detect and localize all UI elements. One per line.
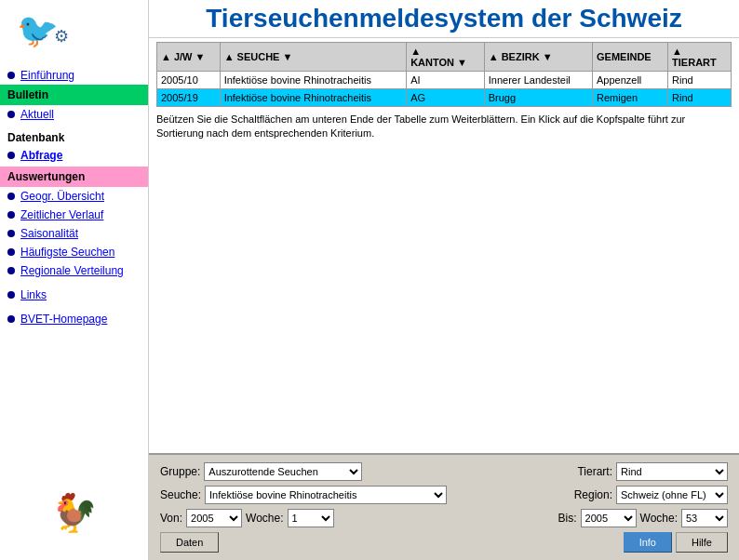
sidebar-item-einfuhrung[interactable]: Einführung — [0, 66, 148, 85]
woche-label: Woche: — [246, 512, 283, 525]
nav-dot — [7, 267, 15, 274]
data-table: ▲ J/W ▼ ▲ SEUCHE ▼ ▲KANTON ▼ ▲ BEZIRK ▼ — [156, 42, 732, 107]
sidebar-item-saisonalitat[interactable]: Saisonalität — [0, 224, 148, 243]
info-button[interactable]: Info — [624, 532, 672, 553]
form-row-2: Seuche: Infektiöse bovine Rhinotracheiti… — [160, 486, 728, 504]
bis-woche-label: Woche: — [640, 512, 678, 525]
col-bezirk[interactable]: ▲ BEZIRK ▼ — [484, 43, 592, 72]
form-row-1: Gruppe: Auszurottende Seuchen Tierart: R… — [160, 462, 728, 481]
form-row-3: Von: 2005 Woche: 1 Bis: 2005 Woche: — [160, 509, 728, 527]
sidebar-item-bvet-homepage[interactable]: BVET-Homepage — [0, 310, 148, 328]
table-cell: Brugg — [484, 89, 592, 107]
logo: 🐦 ⚙ — [7, 11, 110, 62]
table-cell: Remigen — [593, 89, 668, 107]
region-label: Region: — [574, 488, 612, 501]
bis-label: Bis: — [558, 512, 577, 525]
sidebar-decorative-image: 🐓 — [42, 480, 107, 545]
svg-text:⚙: ⚙ — [54, 27, 69, 46]
table-cell: Infektiöse bovine Rhinotracheitis — [220, 89, 407, 107]
col-kanton[interactable]: ▲KANTON ▼ — [407, 43, 485, 72]
nav-dot — [7, 291, 15, 299]
nav-dot — [7, 248, 15, 256]
sidebar-item-abfrage[interactable]: Abfrage — [0, 146, 148, 165]
table-cell: Innerer Landesteil — [484, 72, 592, 89]
sidebar-item-haufigste-seuchen[interactable]: Häufigste Seuchen — [0, 243, 148, 261]
woche-bis-select[interactable]: 53 — [681, 509, 728, 527]
table-cell: AG — [407, 89, 485, 107]
page-title: Tierseuchenmeldesystem der Schweiz — [156, 4, 732, 33]
tierart-select[interactable]: Rind — [616, 462, 728, 481]
sidebar-item-links[interactable]: Links — [0, 286, 148, 304]
tierart-label: Tierart: — [577, 465, 612, 478]
svg-text:🐦: 🐦 — [17, 14, 59, 50]
table-cell: Infektiöse bovine Rhinotracheitis — [220, 72, 407, 89]
col-bezirk-label: ▲ BEZIRK ▼ — [489, 51, 553, 62]
page-header: Tierseuchenmeldesystem der Schweiz — [149, 0, 739, 38]
sidebar-section-datenbank: Datenbank — [0, 127, 148, 146]
bottom-form: Gruppe: Auszurottende Seuchen Tierart: R… — [160, 462, 728, 553]
nav-dot — [7, 315, 15, 323]
form-row-4: Daten Info Hilfe — [160, 532, 728, 553]
info-text: Beützen Sie die Schaltflächen am unteren… — [156, 113, 732, 141]
col-seuche-label: ▲ SEUCHE ▼ — [224, 51, 293, 62]
table-area: ▲ J/W ▼ ▲ SEUCHE ▼ ▲KANTON ▼ ▲ BEZIRK ▼ — [149, 38, 739, 453]
woche-von-select[interactable]: 1 — [288, 509, 334, 527]
sidebar-section-auswertungen: Auswertungen — [0, 167, 148, 187]
col-jw-label: ▲ J/W ▼ — [161, 51, 205, 62]
daten-button[interactable]: Daten — [160, 532, 219, 553]
table-cell: 2005/10 — [157, 72, 221, 89]
gruppe-label: Gruppe: — [160, 465, 200, 478]
table-body: 2005/10Infektiöse bovine Rhinotracheitis… — [157, 72, 732, 107]
hilfe-button[interactable]: Hilfe — [676, 532, 728, 553]
col-tierart-label: ▲TIERART — [672, 46, 717, 68]
sidebar-item-aktuell[interactable]: Aktuell — [0, 105, 148, 124]
col-seuche[interactable]: ▲ SEUCHE ▼ — [220, 43, 407, 72]
sidebar: 🐦 ⚙ Einführung Bulletin Aktuell Datenban… — [0, 0, 149, 560]
table-cell: Appenzell — [593, 72, 668, 89]
table-cell: Rind — [668, 72, 732, 89]
seuche-label: Seuche: — [160, 488, 201, 501]
main-content: Tierseuchenmeldesystem der Schweiz ▲ J/W… — [149, 0, 739, 560]
nav-dot — [7, 211, 15, 219]
sidebar-item-geogr-ubersicht[interactable]: Geogr. Übersicht — [0, 187, 148, 206]
col-tierart[interactable]: ▲TIERART — [668, 43, 732, 72]
nav-dot — [7, 152, 15, 159]
col-gemeinde-label: GEMEINDE — [597, 51, 652, 62]
nav-dot — [7, 230, 15, 237]
gruppe-select[interactable]: Auszurottende Seuchen — [204, 462, 362, 481]
nav-dot — [7, 111, 15, 118]
table-cell: 2005/19 — [157, 89, 221, 107]
table-cell: Rind — [668, 89, 732, 107]
table-cell: AI — [407, 72, 485, 89]
col-jw[interactable]: ▲ J/W ▼ — [157, 43, 221, 72]
von-label: Von: — [160, 512, 182, 525]
table-row[interactable]: 2005/19Infektiöse bovine Rhinotracheitis… — [157, 89, 732, 107]
bis-select[interactable]: 2005 — [581, 509, 637, 527]
seuche-select[interactable]: Infektiöse bovine Rhinotracheitis — [205, 486, 447, 504]
nav-dot — [7, 193, 15, 200]
sidebar-item-bulletin[interactable]: Bulletin — [0, 85, 148, 105]
table-header-row: ▲ J/W ▼ ▲ SEUCHE ▼ ▲KANTON ▼ ▲ BEZIRK ▼ — [157, 43, 732, 72]
col-gemeinde[interactable]: GEMEINDE — [593, 43, 668, 72]
sidebar-item-zeitlicher-verlauf[interactable]: Zeitlicher Verlauf — [0, 206, 148, 224]
von-select[interactable]: 2005 — [186, 509, 242, 527]
table-row[interactable]: 2005/10Infektiöse bovine Rhinotracheitis… — [157, 72, 732, 89]
region-select[interactable]: Schweiz (ohne FL) — [616, 486, 728, 504]
col-kanton-label: ▲KANTON ▼ — [410, 46, 467, 68]
bottom-panel: Gruppe: Auszurottende Seuchen Tierart: R… — [149, 453, 739, 560]
sidebar-item-regionale-verteilung[interactable]: Regionale Verteilung — [0, 261, 148, 280]
nav-dot — [7, 72, 15, 79]
